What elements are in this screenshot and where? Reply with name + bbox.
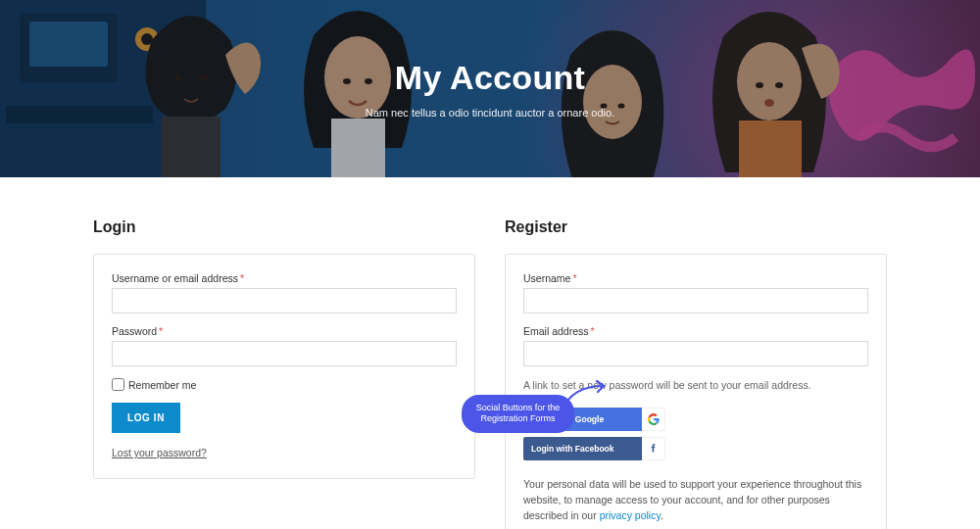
lost-password-link[interactable]: Lost your password? (112, 447, 457, 458)
register-email-label: Email address* (523, 325, 868, 337)
register-username-input[interactable] (523, 288, 868, 313)
facebook-icon (642, 437, 665, 460)
register-privacy-suffix: . (661, 509, 663, 521)
login-password-label-text: Password (112, 325, 157, 337)
register-email-label-text: Email address (523, 325, 589, 337)
callout-arrow-icon (561, 380, 610, 415)
login-username-label: Username or email address* (112, 272, 457, 284)
login-username-label-text: Username or email address (112, 272, 238, 284)
required-asterisk: * (572, 272, 576, 284)
required-asterisk: * (240, 272, 244, 284)
remember-me-label: Remember me (128, 379, 196, 391)
callout-text: Social Buttons for the Registration Form… (462, 395, 574, 433)
register-privacy-body: Your personal data will be used to suppo… (523, 478, 861, 522)
register-username-label: Username* (523, 272, 868, 284)
required-asterisk: * (591, 325, 595, 337)
register-column: Register Username* Email address* A link… (505, 218, 887, 529)
login-with-facebook-label: Login with Facebook (523, 437, 642, 460)
login-password-input[interactable] (112, 341, 457, 366)
remember-me-checkbox[interactable] (112, 378, 124, 391)
login-heading: Login (93, 218, 475, 236)
register-privacy-text: Your personal data will be used to suppo… (523, 476, 868, 524)
google-icon (642, 408, 665, 431)
login-password-label: Password* (112, 325, 457, 337)
login-column: Login Username or email address* Passwor… (93, 218, 475, 529)
register-heading: Register (505, 218, 887, 236)
page-subtitle: Nam nec tellus a odio tincidunt auctor a… (366, 107, 614, 119)
register-email-input[interactable] (523, 341, 868, 366)
login-button[interactable]: LOG IN (112, 403, 180, 433)
login-username-input[interactable] (112, 288, 457, 313)
remember-me-row: Remember me (112, 378, 457, 391)
callout-pill: Social Buttons for the Registration Form… (462, 395, 574, 433)
login-with-facebook-button[interactable]: Login with Facebook (523, 437, 665, 460)
login-panel: Username or email address* Password* Rem… (93, 254, 475, 479)
hero-banner: My Account Nam nec tellus a odio tincidu… (0, 0, 980, 177)
privacy-policy-link[interactable]: privacy policy (600, 509, 661, 521)
page-title: My Account (395, 59, 585, 97)
register-username-label-text: Username (523, 272, 570, 284)
main-columns: Login Username or email address* Passwor… (93, 218, 887, 529)
required-asterisk: * (159, 325, 163, 337)
